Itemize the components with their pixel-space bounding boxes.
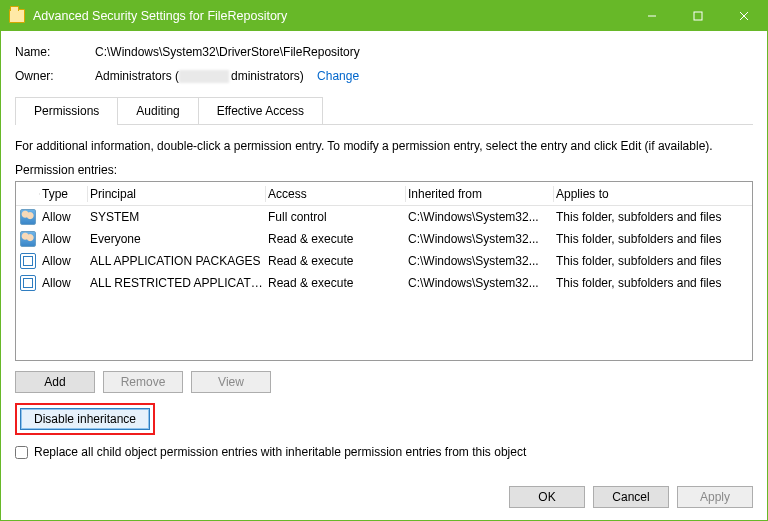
cell-access: Full control: [266, 208, 406, 226]
change-owner-link[interactable]: Change: [317, 69, 359, 83]
col-type[interactable]: Type: [40, 183, 88, 205]
owner-label: Owner:: [15, 69, 95, 83]
name-label: Name:: [15, 45, 95, 59]
table-row[interactable]: AllowALL RESTRICTED APPLICATIO...Read & …: [16, 272, 752, 294]
table-row[interactable]: AllowEveryoneRead & executeC:\Windows\Sy…: [16, 228, 752, 250]
name-value: C:\Windows\System32\DriverStore\FileRepo…: [95, 45, 753, 59]
replace-checkbox[interactable]: [15, 446, 28, 459]
cell-principal: ALL RESTRICTED APPLICATIO...: [88, 274, 266, 292]
maximize-button[interactable]: [675, 1, 721, 31]
package-icon: [20, 275, 36, 291]
cell-access: Read & execute: [266, 274, 406, 292]
apply-button: Apply: [677, 486, 753, 508]
package-icon: [20, 253, 36, 269]
cell-inherited: C:\Windows\System32...: [406, 252, 554, 270]
table-row[interactable]: AllowALL APPLICATION PACKAGESRead & exec…: [16, 250, 752, 272]
owner-value: Administrators (dministrators) Change: [95, 69, 753, 83]
permission-grid[interactable]: Type Principal Access Inherited from App…: [15, 181, 753, 361]
owner-row: Owner: Administrators (dministrators) Ch…: [15, 69, 753, 83]
replace-checkbox-row: Replace all child object permission entr…: [15, 445, 753, 459]
name-row: Name: C:\Windows\System32\DriverStore\Fi…: [15, 45, 753, 59]
cell-access: Read & execute: [266, 230, 406, 248]
view-button: View: [191, 371, 271, 393]
add-button[interactable]: Add: [15, 371, 95, 393]
cell-applies: This folder, subfolders and files: [554, 230, 752, 248]
cell-type: Allow: [40, 208, 88, 226]
ok-button[interactable]: OK: [509, 486, 585, 508]
folder-icon: [9, 9, 25, 23]
table-row[interactable]: AllowSYSTEMFull controlC:\Windows\System…: [16, 206, 752, 228]
owner-prefix: Administrators (: [95, 69, 179, 83]
grid-header: Type Principal Access Inherited from App…: [16, 182, 752, 206]
users-icon: [20, 231, 36, 247]
owner-suffix: dministrators): [231, 69, 304, 83]
dialog-footer: OK Cancel Apply: [509, 486, 753, 508]
cell-type: Allow: [40, 252, 88, 270]
col-access[interactable]: Access: [266, 183, 406, 205]
cell-applies: This folder, subfolders and files: [554, 208, 752, 226]
cell-type: Allow: [40, 274, 88, 292]
owner-redacted: [179, 70, 229, 83]
close-button[interactable]: [721, 1, 767, 31]
disable-inheritance-highlight: Disable inheritance: [15, 403, 155, 435]
cell-applies: This folder, subfolders and files: [554, 252, 752, 270]
tab-auditing[interactable]: Auditing: [117, 97, 198, 124]
svg-rect-1: [694, 12, 702, 20]
disable-inheritance-button[interactable]: Disable inheritance: [20, 408, 150, 430]
col-applies[interactable]: Applies to: [554, 183, 752, 205]
cell-inherited: C:\Windows\System32...: [406, 208, 554, 226]
col-inherited[interactable]: Inherited from: [406, 183, 554, 205]
col-principal[interactable]: Principal: [88, 183, 266, 205]
cell-inherited: C:\Windows\System32...: [406, 230, 554, 248]
cancel-button[interactable]: Cancel: [593, 486, 669, 508]
replace-checkbox-label: Replace all child object permission entr…: [34, 445, 526, 459]
cell-access: Read & execute: [266, 252, 406, 270]
entries-label: Permission entries:: [15, 163, 753, 177]
tab-permissions[interactable]: Permissions: [15, 97, 118, 124]
cell-applies: This folder, subfolders and files: [554, 274, 752, 292]
window-title: Advanced Security Settings for FileRepos…: [33, 9, 287, 23]
tabstrip: Permissions Auditing Effective Access: [15, 97, 753, 125]
info-text: For additional information, double-click…: [15, 139, 753, 153]
minimize-button[interactable]: [629, 1, 675, 31]
cell-principal: Everyone: [88, 230, 266, 248]
advanced-security-window: Advanced Security Settings for FileRepos…: [0, 0, 768, 521]
cell-inherited: C:\Windows\System32...: [406, 274, 554, 292]
cell-principal: SYSTEM: [88, 208, 266, 226]
users-icon: [20, 209, 36, 225]
remove-button: Remove: [103, 371, 183, 393]
content-area: Name: C:\Windows\System32\DriverStore\Fi…: [1, 31, 767, 469]
entry-buttons: Add Remove View: [15, 371, 753, 393]
tab-effective-access[interactable]: Effective Access: [198, 97, 323, 124]
grid-body: AllowSYSTEMFull controlC:\Windows\System…: [16, 206, 752, 294]
titlebar[interactable]: Advanced Security Settings for FileRepos…: [1, 1, 767, 31]
cell-type: Allow: [40, 230, 88, 248]
cell-principal: ALL APPLICATION PACKAGES: [88, 252, 266, 270]
